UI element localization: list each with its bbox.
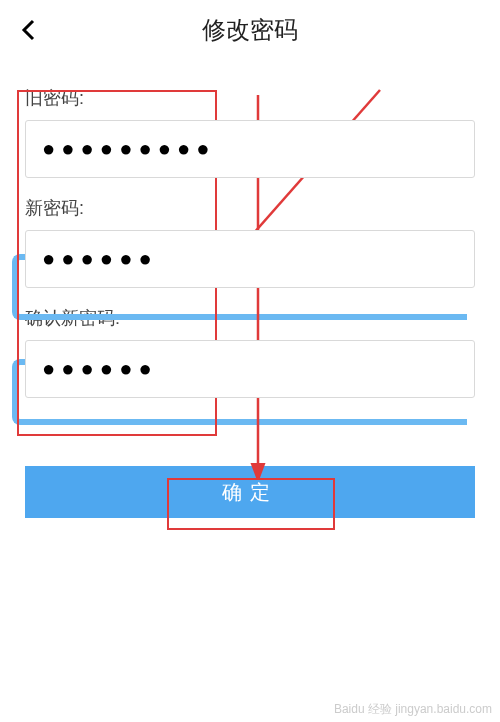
new-password-label: 新密码:: [25, 196, 475, 220]
chevron-left-icon: [20, 18, 36, 42]
new-password-input[interactable]: [25, 230, 475, 288]
password-form: 旧密码: 新密码: 确认新密码:: [0, 60, 500, 418]
confirm-button[interactable]: 确定: [25, 466, 475, 518]
old-password-input[interactable]: [25, 120, 475, 178]
old-password-label: 旧密码:: [25, 86, 475, 110]
confirm-password-input[interactable]: [25, 340, 475, 398]
watermark: Baidu 经验 jingyan.baidu.com: [334, 703, 492, 716]
page-title: 修改密码: [0, 14, 500, 46]
back-button[interactable]: [20, 18, 36, 46]
